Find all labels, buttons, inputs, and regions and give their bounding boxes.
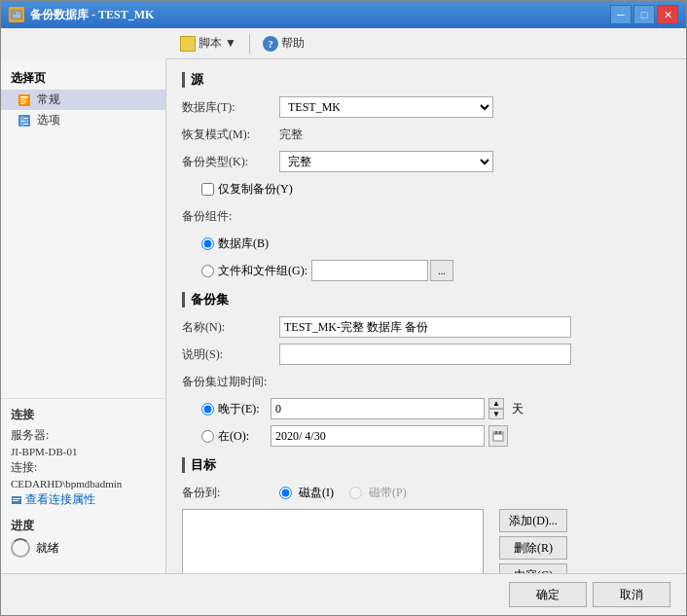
on-label: 在(O): <box>218 428 267 445</box>
svg-rect-17 <box>13 498 20 499</box>
title-text: 备份数据库 - TEST_MK <box>30 7 610 23</box>
svg-rect-22 <box>499 431 501 434</box>
on-date-row: 在(O): <box>201 425 670 447</box>
files-radio[interactable] <box>201 265 214 277</box>
title-bar: 备份数据库 - TEST_MK ─ □ ✕ <box>1 1 686 28</box>
database-label: 数据库(T): <box>182 99 279 116</box>
help-button[interactable]: ? 帮助 <box>257 33 310 54</box>
spinner-buttons: ▲ ▼ <box>488 398 504 419</box>
add-button[interactable]: 添加(D)... <box>499 509 567 532</box>
svg-rect-8 <box>20 103 25 104</box>
disk-radio[interactable] <box>279 487 292 499</box>
days-spinner[interactable] <box>271 398 485 419</box>
backup-to-row: 备份到: 磁盘(I) 磁带(P) <box>182 482 670 503</box>
sidebar-general-label: 常规 <box>37 91 60 108</box>
backup-set-section: 备份集 名称(N): TEST_MK-完整 数据库 备份 说明(S): 备份集过… <box>182 291 670 447</box>
bottom-bar: 确定 取消 <box>1 573 686 615</box>
view-props-link[interactable]: 查看连接属性 <box>11 491 156 508</box>
view-props-text: 查看连接属性 <box>25 491 95 508</box>
tape-label: 磁带(P) <box>369 485 407 501</box>
calendar-button[interactable] <box>488 425 508 447</box>
source-indicator <box>182 72 185 88</box>
dest-list <box>182 509 484 573</box>
script-icon <box>180 36 196 52</box>
server-value: JI-BPM-DB-01 <box>11 446 156 457</box>
general-icon <box>17 92 32 108</box>
backup-type-row: 备份类型(K): 完整 差异 事务日志 <box>182 151 670 172</box>
browse-button[interactable]: ... <box>430 260 453 281</box>
files-radio-label: 文件和文件组(G): <box>218 263 307 279</box>
script-button[interactable]: 脚本 ▼ <box>174 33 242 54</box>
days-label: 天 <box>512 401 524 417</box>
svg-point-13 <box>21 117 24 120</box>
dest-action-buttons: 添加(D)... 删除(R) 内容(C) <box>499 509 567 573</box>
svg-rect-20 <box>493 432 503 435</box>
backup-set-label: 备份集 <box>191 291 229 308</box>
tape-radio[interactable] <box>349 487 362 499</box>
db-radio-label: 数据库(B) <box>218 236 269 252</box>
on-radio[interactable] <box>201 430 214 443</box>
backup-type-label: 备份类型(K): <box>182 154 279 170</box>
name-row: 名称(N): TEST_MK-完整 数据库 备份 <box>182 316 670 338</box>
spinner-down[interactable]: ▼ <box>488 409 504 419</box>
props-icon <box>11 494 22 506</box>
source-label: 源 <box>191 71 203 89</box>
close-button[interactable]: ✕ <box>657 5 678 24</box>
sidebar-item-options[interactable]: 选项 <box>1 110 165 130</box>
svg-rect-5 <box>20 96 28 98</box>
recovery-mode-row: 恢复模式(M): 完整 <box>182 124 670 145</box>
sidebar-connection: 连接 服务器: JI-BPM-DB-01 连接: CEDARHD\bpmdbad… <box>1 398 165 565</box>
database-row: 数据库(T): TEST_MK <box>182 96 670 118</box>
copy-only-row: 仅复制备份(Y) <box>201 178 670 199</box>
maximize-button[interactable]: □ <box>633 5 655 24</box>
db-radio[interactable] <box>201 237 214 250</box>
script-label: 脚本 <box>199 35 222 52</box>
disk-label: 磁盘(I) <box>299 485 334 501</box>
contents-button[interactable]: 内容(C) <box>499 563 567 573</box>
calendar-icon <box>492 430 504 442</box>
cancel-button[interactable]: 取消 <box>593 582 670 607</box>
recovery-label: 恢复模式(M): <box>182 127 279 143</box>
help-icon: ? <box>263 36 278 52</box>
progress-label: 进度 <box>11 518 156 534</box>
sidebar-options-label: 选项 <box>37 112 60 128</box>
db-radio-row: 数据库(B) <box>201 233 670 254</box>
expiry-label-row: 备份集过期时间: <box>182 371 670 392</box>
copy-only-label: 仅复制备份(Y) <box>218 181 293 198</box>
help-label: 帮助 <box>281 35 305 52</box>
svg-rect-18 <box>13 500 18 501</box>
backup-to-label: 备份到: <box>182 485 279 501</box>
after-radio[interactable] <box>201 403 214 416</box>
name-input[interactable] <box>279 316 571 338</box>
spinner-up[interactable]: ▲ <box>488 398 504 409</box>
ok-button[interactable]: 确定 <box>509 582 587 607</box>
disk-radio-label: 磁盘(I) <box>279 485 334 501</box>
svg-rect-2 <box>18 12 20 13</box>
desc-label: 说明(S): <box>182 346 279 363</box>
svg-rect-1 <box>13 12 17 15</box>
copy-only-checkbox[interactable] <box>201 183 214 196</box>
tape-radio-label: 磁带(P) <box>349 485 407 501</box>
sidebar-item-general[interactable]: 常规 <box>1 90 165 110</box>
dest-indicator <box>182 457 185 473</box>
backupset-indicator <box>182 292 185 308</box>
database-select[interactable]: TEST_MK <box>279 96 493 118</box>
minimize-button[interactable]: ─ <box>610 5 632 24</box>
progress-section: 进度 就绪 <box>11 518 156 558</box>
after-row: 晚于(E): ▲ ▼ 天 <box>201 398 670 419</box>
spinner-wrapper: ▲ ▼ 天 <box>271 398 524 419</box>
connection-label2: 连接: <box>11 459 156 476</box>
backup-type-select[interactable]: 完整 差异 事务日志 <box>279 151 493 172</box>
remove-button[interactable]: 删除(R) <box>499 536 567 560</box>
after-label: 晚于(E): <box>218 401 267 417</box>
sidebar-section-title: 选择页 <box>1 67 165 90</box>
dest-area-row: 添加(D)... 删除(R) 内容(C) <box>182 509 670 573</box>
content-area: 源 数据库(T): TEST_MK 恢复模式(M): 完整 备份类型(K): <box>166 59 686 573</box>
date-input[interactable] <box>271 425 485 447</box>
script-dropdown-icon: ▼ <box>225 36 236 51</box>
progress-spinner <box>11 538 30 558</box>
svg-rect-7 <box>20 101 27 102</box>
dest-label: 目标 <box>191 456 216 474</box>
files-input[interactable] <box>311 260 428 281</box>
desc-input[interactable] <box>279 344 571 365</box>
